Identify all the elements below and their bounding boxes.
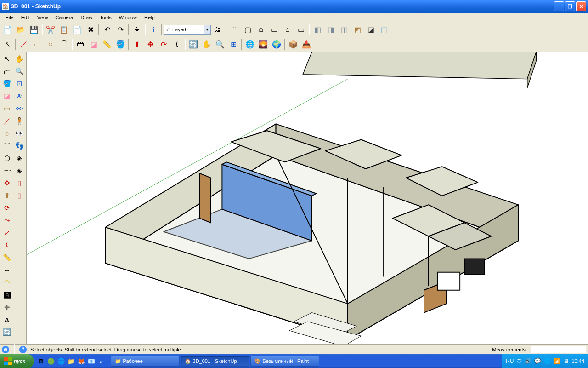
dimension-tool-icon[interactable]: ↔ bbox=[1, 264, 13, 276]
position-camera-icon[interactable]: 🧍 bbox=[13, 115, 25, 127]
ql-icon[interactable]: 🌐 bbox=[57, 356, 66, 366]
geo-icon[interactable]: ⊕ bbox=[2, 346, 9, 353]
3d-text-icon[interactable]: A bbox=[1, 314, 13, 326]
previous-view-icon[interactable]: 👁 bbox=[13, 90, 25, 102]
pan-tool-icon[interactable]: ✋ bbox=[200, 38, 213, 51]
move-tool-icon[interactable]: ✥ bbox=[144, 38, 157, 51]
get-location-icon[interactable]: 🌐 bbox=[243, 38, 256, 51]
follow-me-icon[interactable]: ⤳ bbox=[1, 214, 13, 226]
zoom-window-icon[interactable]: ⊡ bbox=[13, 78, 25, 90]
select-tool-icon[interactable]: ↖ bbox=[1, 38, 14, 51]
menu-edit[interactable]: Edit bbox=[17, 14, 34, 21]
section-fill-icon[interactable]: ▯ bbox=[13, 190, 25, 201]
left-view-icon[interactable]: ▭ bbox=[294, 23, 307, 36]
orbit-tool-icon[interactable]: 🔄 bbox=[187, 38, 200, 51]
tray-icon[interactable]: 📶 bbox=[554, 358, 560, 364]
save-file-icon[interactable]: 💾 bbox=[28, 23, 40, 36]
menu-help[interactable]: Help bbox=[141, 14, 158, 21]
zoom-tool-icon[interactable]: 🔍 bbox=[214, 38, 226, 51]
maximize-button[interactable]: ❐ bbox=[565, 1, 575, 12]
menu-tools[interactable]: Tools bbox=[96, 14, 115, 21]
rectangle-tool-icon[interactable]: ▭ bbox=[31, 38, 44, 51]
undo-icon[interactable]: ↶ bbox=[101, 23, 113, 36]
circle-tool-icon[interactable]: ○ bbox=[44, 38, 57, 51]
next-view-icon[interactable]: 👁 bbox=[13, 103, 25, 115]
ql-icon[interactable]: 📧 bbox=[87, 356, 96, 366]
walk-tool-icon[interactable]: 👣 bbox=[13, 140, 25, 152]
hidden-line-icon[interactable]: ◩ bbox=[351, 23, 364, 36]
upload-model-icon[interactable]: 📤 bbox=[300, 38, 313, 51]
ql-icon[interactable]: 📁 bbox=[67, 356, 76, 366]
tray-icon[interactable]: 🛡 bbox=[516, 358, 522, 364]
back-view-icon[interactable]: ⌂ bbox=[281, 23, 294, 36]
iso-view-icon[interactable]: ⬚ bbox=[228, 23, 241, 36]
right-view-icon[interactable]: ▭ bbox=[268, 23, 281, 36]
tray-icon[interactable]: 🌐 bbox=[544, 358, 551, 364]
shaded-textures-icon[interactable]: ◨ bbox=[324, 23, 337, 36]
layer-name-input[interactable] bbox=[171, 25, 204, 34]
toggle-terrain-icon[interactable]: 🌄 bbox=[257, 38, 270, 51]
eraser-tool-icon[interactable]: ◪ bbox=[87, 38, 100, 51]
arc-tool-icon[interactable]: ⌒ bbox=[57, 38, 70, 51]
make-component-icon[interactable]: 🗃 bbox=[74, 38, 87, 51]
section-display-icon[interactable]: ◈ bbox=[13, 165, 25, 177]
pan-tool-icon[interactable]: ✋ bbox=[13, 53, 25, 65]
look-around-icon[interactable]: 👀 bbox=[13, 127, 25, 139]
get-models-icon[interactable]: 📦 bbox=[287, 38, 300, 51]
zoom-extents-icon[interactable]: ⊞ bbox=[227, 38, 240, 51]
tray-icon[interactable]: 🔊 bbox=[525, 358, 531, 364]
help-icon[interactable]: ? bbox=[19, 346, 27, 353]
layer-manager-icon[interactable]: 🗂 bbox=[211, 23, 224, 36]
cut-icon[interactable]: ✂️ bbox=[44, 23, 57, 36]
offset-tool-icon[interactable]: ⤹ bbox=[1, 239, 13, 251]
share-model-icon[interactable]: 🌍 bbox=[270, 38, 283, 51]
shaded-icon[interactable]: ◧ bbox=[311, 23, 324, 36]
layer-selector[interactable]: ✓ ▼ bbox=[164, 25, 211, 34]
language-indicator[interactable]: RU bbox=[506, 358, 514, 364]
circle-tool-icon[interactable]: ○ bbox=[1, 127, 13, 139]
chevron-down-icon[interactable]: ▼ bbox=[204, 25, 210, 34]
wireframe-icon[interactable]: ◫ bbox=[338, 23, 351, 36]
arc-tool-icon[interactable]: ⌒ bbox=[1, 140, 13, 152]
section-cut-icon[interactable]: ▯ bbox=[13, 177, 25, 189]
menu-view[interactable]: View bbox=[34, 14, 52, 21]
task-button[interactable]: 🏠 3D_001 - SketchUp bbox=[181, 356, 249, 367]
move-tool-icon[interactable]: ✥ bbox=[1, 177, 13, 189]
ql-icon[interactable]: 🟢 bbox=[46, 356, 56, 366]
top-view-icon[interactable]: ▢ bbox=[241, 23, 254, 36]
select-tool-icon[interactable]: ↖ bbox=[1, 53, 13, 65]
paint-bucket-icon[interactable]: 🪣 bbox=[114, 38, 127, 51]
menu-file[interactable]: File bbox=[2, 14, 17, 21]
redo-icon[interactable]: ↷ bbox=[114, 23, 127, 36]
delete-icon[interactable]: ✖ bbox=[84, 23, 97, 36]
line-tool-icon[interactable]: ／ bbox=[17, 38, 30, 51]
xray-icon[interactable]: ◫ bbox=[378, 23, 390, 36]
ql-chevron-icon[interactable]: » bbox=[97, 356, 106, 366]
section-plane-icon[interactable]: ◈ bbox=[13, 152, 25, 164]
eraser-tool-icon[interactable]: ◪ bbox=[1, 90, 13, 102]
start-button[interactable]: пуск bbox=[0, 354, 34, 368]
task-button[interactable]: 📁 Рабочее bbox=[111, 356, 180, 367]
rotate-tool-icon[interactable]: ⟳ bbox=[157, 38, 170, 51]
tray-icon[interactable]: 🖥 bbox=[563, 358, 569, 364]
menu-draw[interactable]: Draw bbox=[77, 14, 96, 21]
axes-tool-icon[interactable]: ✛ bbox=[1, 301, 13, 313]
freehand-tool-icon[interactable]: 〰 bbox=[1, 165, 13, 177]
measurements-input[interactable] bbox=[531, 346, 586, 353]
make-component-icon[interactable]: 🗃 bbox=[1, 65, 13, 77]
protractor-icon[interactable]: ◠ bbox=[1, 276, 13, 288]
zoom-tool-icon[interactable]: 🔍 bbox=[13, 65, 25, 77]
minimize-button[interactable]: _ bbox=[554, 1, 564, 12]
menu-window[interactable]: Window bbox=[115, 14, 141, 21]
tape-measure-icon[interactable]: 📏 bbox=[101, 38, 113, 51]
rectangle-tool-icon[interactable]: ▭ bbox=[1, 103, 13, 115]
clock[interactable]: 10:44 bbox=[571, 358, 584, 364]
push-pull-icon[interactable]: ⬆ bbox=[130, 38, 143, 51]
line-tool-icon[interactable]: ／ bbox=[1, 115, 13, 127]
open-file-icon[interactable]: 📂 bbox=[14, 23, 27, 36]
menu-camera[interactable]: Camera bbox=[51, 14, 77, 21]
tape-measure-icon[interactable]: 📏 bbox=[1, 252, 13, 264]
close-button[interactable]: ✕ bbox=[576, 1, 586, 12]
copy-icon[interactable]: 📋 bbox=[57, 23, 70, 36]
ql-icon[interactable]: 🦊 bbox=[77, 356, 86, 366]
